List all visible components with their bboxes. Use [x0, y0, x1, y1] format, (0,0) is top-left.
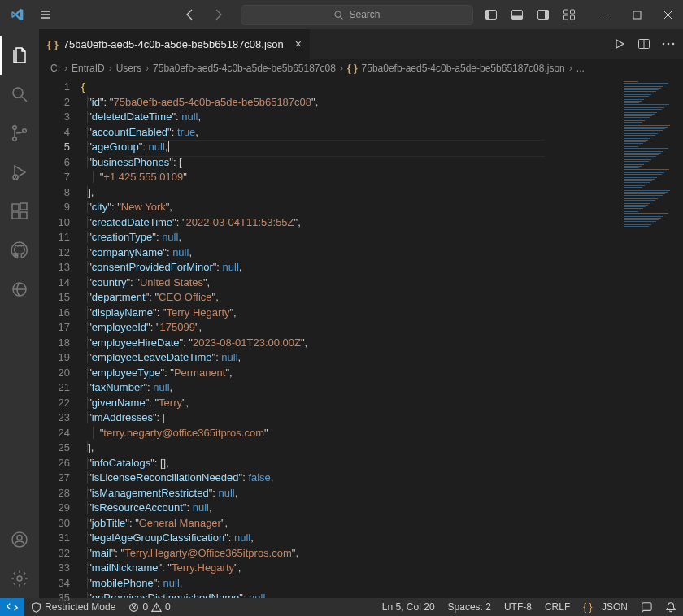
tab-active[interactable]: { } 75ba0efb-aed5-4c0b-a5de-be5b65187c08…: [39, 29, 311, 59]
status-bar: Restricted Mode 0 0 Ln 5, Col 20 Spaces:…: [0, 598, 683, 616]
customize-layout-icon[interactable]: [563, 8, 576, 21]
breadcrumb-seg: C:: [50, 63, 60, 74]
svg-rect-8: [571, 10, 575, 14]
json-file-icon: { }: [347, 63, 358, 74]
editor-group: { } 75ba0efb-aed5-4c0b-a5de-be5b65187c08…: [39, 29, 683, 598]
command-center-search[interactable]: Search: [241, 5, 473, 25]
more-actions-icon[interactable]: [662, 42, 675, 46]
window-close[interactable]: [652, 0, 683, 29]
svg-rect-19: [20, 212, 27, 219]
minimap[interactable]: [618, 78, 683, 598]
tab-close-icon[interactable]: ×: [295, 37, 302, 50]
toggle-primary-sidebar-icon[interactable]: [485, 8, 498, 21]
layout-controls: [485, 8, 576, 21]
breadcrumb[interactable]: C:› EntraID› Users› 75ba0efb-aed5-4c0b-a…: [39, 59, 683, 78]
vscode-logo: [5, 8, 29, 21]
nav-back-icon[interactable]: [184, 8, 197, 21]
settings-gear-icon[interactable]: [0, 559, 39, 598]
explorer-view-icon[interactable]: [0, 36, 39, 75]
svg-rect-2: [486, 11, 490, 20]
search-view-icon[interactable]: [0, 75, 39, 114]
extensions-view-icon[interactable]: [0, 192, 39, 231]
svg-point-12: [13, 88, 23, 98]
svg-point-28: [672, 43, 675, 46]
breadcrumb-seg: EntraID: [72, 63, 105, 74]
svg-rect-7: [564, 10, 568, 14]
svg-rect-9: [564, 15, 568, 20]
svg-point-24: [17, 576, 22, 581]
line-number-gutter: 1234567891011121314151617181920212223242…: [39, 78, 81, 598]
tab-bar: { } 75ba0efb-aed5-4c0b-a5de-be5b65187c08…: [39, 29, 683, 59]
svg-rect-18: [12, 212, 19, 219]
svg-point-13: [13, 126, 17, 130]
split-editor-icon[interactable]: [637, 37, 650, 50]
problems[interactable]: 0 0: [122, 601, 176, 613]
notifications-icon[interactable]: [659, 601, 683, 613]
vscode-window: Search: [0, 0, 683, 616]
cursor-position[interactable]: Ln 5, Col 20: [376, 601, 442, 613]
window-maximize[interactable]: [621, 0, 652, 29]
search-placeholder: Search: [349, 9, 380, 20]
toggle-panel-icon[interactable]: [511, 8, 524, 21]
accounts-icon[interactable]: [0, 520, 39, 559]
editor-code[interactable]: { "id": "75ba0efb-aed5-4c0b-a5de-be5b651…: [81, 78, 618, 598]
run-file-icon[interactable]: [613, 37, 626, 50]
tab-label: 75ba0efb-aed5-4c0b-a5de-be5b65187c08.jso…: [63, 38, 284, 50]
svg-rect-11: [633, 11, 641, 19]
svg-point-26: [663, 43, 665, 46]
source-control-view-icon[interactable]: [0, 114, 39, 153]
eol[interactable]: CRLF: [538, 601, 576, 613]
svg-point-0: [336, 11, 342, 17]
run-debug-view-icon[interactable]: [0, 153, 39, 192]
github-view-icon[interactable]: [0, 231, 39, 270]
language-mode[interactable]: { } JSON: [576, 601, 634, 613]
titlebar: Search: [0, 0, 683, 29]
window-minimize[interactable]: [590, 0, 621, 29]
feedback-icon[interactable]: [634, 601, 659, 613]
breadcrumb-seg: 75ba0efb-aed5-4c0b-a5de-be5b65187c08: [153, 63, 336, 74]
nav-forward-icon[interactable]: [211, 8, 224, 21]
encoding[interactable]: UTF-8: [498, 601, 538, 613]
json-file-icon: { }: [47, 38, 59, 50]
breadcrumb-seg: Users: [116, 63, 141, 74]
breadcrumb-trail: ...: [576, 63, 585, 74]
breadcrumb-file: 75ba0efb-aed5-4c0b-a5de-be5b65187c08.jso…: [362, 63, 565, 74]
menu-button[interactable]: [29, 0, 62, 29]
svg-rect-17: [12, 204, 19, 210]
svg-rect-6: [545, 11, 549, 20]
svg-point-23: [17, 536, 22, 540]
indentation[interactable]: Spaces: 2: [442, 601, 498, 613]
svg-point-14: [13, 137, 17, 141]
svg-rect-20: [20, 203, 27, 210]
svg-rect-10: [571, 15, 575, 20]
activity-bar: [0, 29, 39, 598]
extra-view-icon[interactable]: [0, 270, 39, 309]
svg-rect-4: [512, 16, 523, 20]
toggle-secondary-sidebar-icon[interactable]: [537, 8, 550, 21]
svg-point-27: [668, 43, 670, 46]
text-editor[interactable]: 1234567891011121314151617181920212223242…: [39, 78, 683, 598]
remote-indicator[interactable]: [0, 598, 24, 616]
